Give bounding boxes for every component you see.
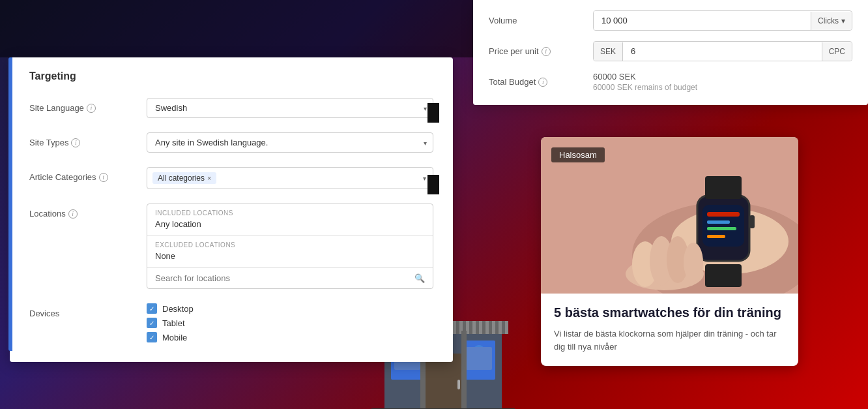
svg-rect-9 bbox=[705, 176, 742, 199]
price-input[interactable] bbox=[623, 42, 822, 61]
volume-label-text: Volume bbox=[489, 16, 517, 25]
locations-row: Locations i INCLUDED LOCATIONS Any locat… bbox=[29, 204, 433, 289]
site-types-label: Site Types i bbox=[29, 132, 147, 147]
svg-rect-8 bbox=[707, 235, 725, 238]
site-language-select-wrapper: Swedish English Finnish ▾ bbox=[147, 98, 433, 118]
devices-control: ✓ Desktop ✓ Tablet ✓ Mobile bbox=[147, 303, 433, 342]
svg-rect-29 bbox=[466, 347, 492, 370]
svg-rect-7 bbox=[707, 227, 736, 230]
volume-row: Volume Clicks ▾ bbox=[489, 10, 852, 31]
excluded-locations-value: None bbox=[147, 250, 433, 267]
site-types-info-icon: i bbox=[71, 138, 80, 147]
article-categories-tags-input[interactable]: All categories × ▾ bbox=[147, 167, 433, 189]
svg-rect-31 bbox=[461, 331, 467, 409]
locations-info-icon: i bbox=[68, 209, 78, 219]
blue-accent-bar bbox=[8, 57, 12, 351]
device-tablet: ✓ Tablet bbox=[147, 318, 433, 328]
article-card: Halsosam 5 bästa smartwatches för din tr… bbox=[541, 137, 798, 366]
desktop-label: Desktop bbox=[162, 304, 194, 314]
excluded-locations-label: EXCLUDED LOCATIONS bbox=[147, 236, 433, 250]
black-sq1 bbox=[427, 103, 439, 123]
volume-label: Volume bbox=[489, 16, 593, 25]
total-budget-value: 60000 SEK bbox=[593, 72, 697, 82]
device-desktop: ✓ Desktop bbox=[147, 303, 433, 314]
total-budget-info-icon: i bbox=[538, 78, 547, 87]
locations-box: INCLUDED LOCATIONS Any location EXCLUDED… bbox=[147, 204, 433, 289]
article-tag: Halsosam bbox=[551, 147, 605, 162]
svg-rect-11 bbox=[749, 215, 755, 228]
total-budget-row: Total Budget i 60000 SEK 60000 SEK remai… bbox=[489, 72, 852, 92]
included-locations-value: Any location bbox=[147, 218, 433, 235]
mobile-label: Mobile bbox=[162, 333, 187, 342]
article-categories-info-icon: i bbox=[99, 173, 108, 182]
svg-point-16 bbox=[684, 243, 703, 282]
tablet-label: Tablet bbox=[162, 318, 185, 328]
total-budget-sub: 60000 SEK remains of budget bbox=[593, 83, 697, 92]
tag-remove-button[interactable]: × bbox=[207, 174, 211, 182]
price-info-icon: i bbox=[542, 47, 551, 56]
categories-arrow: ▾ bbox=[423, 175, 426, 182]
svg-rect-25 bbox=[457, 380, 460, 389]
tag-label: All categories bbox=[158, 174, 205, 183]
article-title: 5 bästa smartwatches för din träning bbox=[554, 304, 785, 321]
site-language-info-icon: i bbox=[87, 104, 96, 113]
price-label: Price per unit i bbox=[489, 46, 593, 56]
volume-unit-dropdown[interactable]: Clicks ▾ bbox=[811, 12, 852, 30]
price-input-wrapper: SEK CPC bbox=[593, 41, 852, 61]
desktop-checkbox[interactable]: ✓ bbox=[147, 303, 157, 314]
volume-input-wrapper: Clicks ▾ bbox=[593, 10, 852, 31]
svg-rect-5 bbox=[707, 212, 740, 217]
locations-label: Locations i bbox=[29, 204, 147, 219]
site-language-select[interactable]: Swedish English Finnish bbox=[147, 98, 433, 118]
price-unit: CPC bbox=[822, 42, 852, 61]
tablet-check-icon: ✓ bbox=[149, 320, 154, 327]
total-budget-values: 60000 SEK 60000 SEK remains of budget bbox=[593, 72, 697, 92]
article-categories-row: Article Categories i All categories × ▾ bbox=[29, 167, 433, 189]
price-row: Price per unit i SEK CPC bbox=[489, 41, 852, 61]
included-locations-label: INCLUDED LOCATIONS bbox=[147, 204, 433, 218]
total-budget-label: Total Budget i bbox=[489, 77, 593, 87]
site-types-select-wrapper: Any site in Swedish language. News sites… bbox=[147, 132, 433, 153]
volume-unit-arrow: ▾ bbox=[841, 16, 845, 25]
volume-unit-label: Clicks bbox=[818, 16, 839, 25]
mobile-check-icon: ✓ bbox=[149, 334, 154, 341]
article-categories-control: All categories × ▾ bbox=[147, 167, 433, 189]
devices-row: Devices ✓ Desktop ✓ Tablet bbox=[29, 303, 433, 342]
article-body: Vi listar de bästa klockorna som hjälper… bbox=[554, 327, 785, 353]
site-types-control: Any site in Swedish language. News sites… bbox=[147, 132, 433, 153]
total-budget-label-text: Total Budget bbox=[489, 77, 536, 87]
site-language-label: Site Language i bbox=[29, 98, 147, 113]
mobile-checkbox[interactable]: ✓ bbox=[147, 332, 157, 342]
site-types-select[interactable]: Any site in Swedish language. News sites bbox=[147, 132, 433, 153]
budget-panel: Volume Clicks ▾ Price per unit i SEK CPC… bbox=[473, 0, 868, 105]
location-search-wrapper: 🔍 bbox=[147, 268, 433, 288]
article-content: 5 bästa smartwatches för din träning Vi … bbox=[541, 294, 798, 366]
site-language-row: Site Language i Swedish English Finnish … bbox=[29, 98, 433, 118]
site-types-row: Site Types i Any site in Swedish languag… bbox=[29, 132, 433, 153]
article-categories-label: Article Categories i bbox=[29, 167, 147, 182]
location-search-icon: 🔍 bbox=[414, 273, 425, 283]
locations-control: INCLUDED LOCATIONS Any location EXCLUDED… bbox=[147, 204, 433, 289]
price-label-text: Price per unit bbox=[489, 46, 539, 56]
price-currency: SEK bbox=[594, 42, 623, 61]
targeting-title: Targeting bbox=[29, 70, 433, 82]
devices-list: ✓ Desktop ✓ Tablet ✓ Mobile bbox=[147, 303, 433, 342]
svg-rect-6 bbox=[707, 220, 730, 224]
all-categories-tag: All categories × bbox=[152, 172, 216, 184]
device-mobile: ✓ Mobile bbox=[147, 332, 433, 342]
desktop-check-icon: ✓ bbox=[149, 305, 154, 312]
targeting-panel: Targeting Site Language i Swedish Englis… bbox=[10, 57, 453, 362]
svg-rect-4 bbox=[702, 205, 744, 247]
svg-rect-10 bbox=[705, 264, 742, 287]
devices-label: Devices bbox=[29, 303, 147, 318]
location-search-input[interactable] bbox=[155, 273, 414, 283]
site-language-control: Swedish English Finnish ▾ bbox=[147, 98, 433, 118]
volume-input[interactable] bbox=[594, 11, 811, 30]
tablet-checkbox[interactable]: ✓ bbox=[147, 318, 157, 328]
article-image: Halsosam bbox=[541, 137, 798, 294]
black-sq2 bbox=[427, 175, 439, 194]
price-unit-label: CPC bbox=[829, 47, 845, 56]
